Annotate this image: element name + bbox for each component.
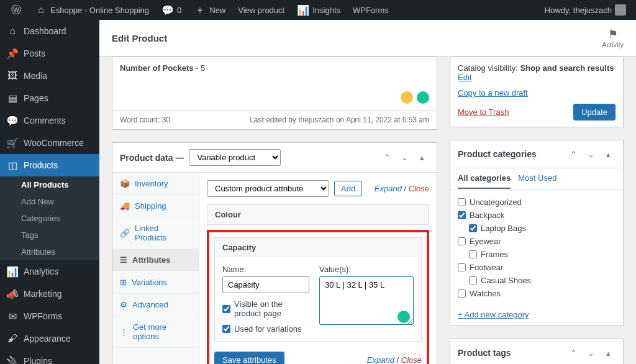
used-variations-label: Used for variations [234,324,301,334]
cat-watches-checkbox[interactable] [458,289,466,298]
cat-backpack-checkbox[interactable] [458,211,466,219]
analytics-icon: 📊 [6,265,19,278]
all-categories-tab[interactable]: All categories [458,168,511,189]
close-link-2[interactable]: Close [401,355,422,364]
shipping-icon: 🚚 [120,201,130,211]
sidebar-item-woocommerce[interactable]: 🛒WooCommerce [0,132,99,154]
visible-label: Visible on the product page [234,299,309,318]
edit-visibility-link[interactable]: Edit [458,73,471,82]
wp-logo[interactable]: ⓦ [5,0,27,20]
sidebar-item-comments[interactable]: 💬Comments [0,109,99,132]
product-categories-box: Product categories ⌃ ⌄ ▴ All categories … [450,140,624,326]
comments-link[interactable]: 💬0 [157,0,186,20]
product-type-select[interactable]: Variable product [189,149,281,166]
premium-icon[interactable] [401,91,413,104]
view-product-link[interactable]: View product [233,0,289,20]
move-up-button[interactable]: ⌃ [379,150,394,165]
tab-advanced[interactable]: ⚙Advanced [112,294,199,316]
site-name-link[interactable]: ⌂Eshoppe - Online Shopping [30,0,154,20]
sidebar-item-products[interactable]: ◫Products [0,154,99,176]
sidebar-item-pages[interactable]: ▤Pages [0,87,99,109]
used-variations-checkbox[interactable] [222,325,230,333]
tab-attributes[interactable]: ☰Attributes [112,249,199,271]
category-list: Uncategorized Backpack Laptop Bags Eyewe… [450,189,623,306]
chart-icon: 📊 [297,4,309,16]
expand-close-top: Expand / Close [375,184,429,193]
tab-inventory[interactable]: 📦Inventory [112,173,199,195]
save-attributes-button[interactable]: Save attributes [214,352,284,364]
home-icon: ⌂ [35,4,47,16]
submenu-add-new[interactable]: Add New [0,193,99,210]
number-pockets-value: - 5 [196,63,205,73]
move-up-button-4[interactable]: ⌃ [566,345,581,360]
sidebar-item-analytics[interactable]: 📊Analytics [0,260,99,283]
tab-linked-products[interactable]: 🔗Linked Products [112,217,199,249]
expand-link[interactable]: Expand [375,184,402,193]
cat-uncategorized-checkbox[interactable] [458,198,466,206]
tab-variations[interactable]: ⊞Variations [112,271,199,294]
cat-footwear-checkbox[interactable] [458,263,466,271]
submenu-categories[interactable]: Categories [0,210,99,227]
activity-button[interactable]: ⚑ Activity [602,27,624,48]
catalog-vis-value: Shop and search results [520,63,614,73]
cat-frames-checkbox[interactable] [469,250,477,258]
move-up-button-3[interactable]: ⌃ [566,147,581,162]
comments-icon: 💬 [6,114,19,127]
sidebar-item-dashboard[interactable]: ⌂Dashboard [0,20,99,42]
admin-sidebar: ⌂Dashboard 📌Posts 🖼Media ▤Pages 💬Comment… [0,20,99,364]
move-to-trash-link[interactable]: Move to Trash [458,107,509,117]
cat-casual-shoes-checkbox[interactable] [469,276,477,284]
add-attribute-button[interactable]: Add [334,181,362,196]
values-label: Value(s): [319,265,414,274]
product-data-label: Product data — [120,153,184,163]
grid-icon: ⊞ [120,278,127,287]
last-edited: Last edited by thejuszach on April 11, 2… [250,116,429,124]
submenu-attributes[interactable]: Attributes [0,243,99,260]
sidebar-item-posts[interactable]: 📌Posts [0,42,99,65]
sidebar-item-plugins[interactable]: 🔌Plugins [0,350,99,364]
pin-icon: 📌 [6,47,19,60]
tags-header: Product tags [458,348,511,358]
toggle-panel-button-3[interactable]: ▴ [601,147,616,162]
content-area: Edit Product ⚑ Activity Number of Pocket… [99,20,636,364]
move-down-button-4[interactable]: ⌄ [583,345,598,360]
tab-more-options[interactable]: ⋮Get more options [112,316,199,348]
submenu-all-products[interactable]: All Products [0,176,99,193]
copy-draft-link[interactable]: Copy to a new draft [458,88,528,98]
new-link[interactable]: ＋New [189,0,230,20]
cat-eyewear-checkbox[interactable] [458,237,466,245]
toggle-panel-button[interactable]: ▴ [414,150,429,165]
attribute-colour-header[interactable]: Colour [207,205,429,224]
custom-attribute-select[interactable]: Custom product attribute [207,180,329,197]
close-link[interactable]: Close [409,184,429,193]
admin-topbar: ⓦ ⌂Eshoppe - Online Shopping 💬0 ＋New Vie… [0,0,636,20]
name-label: Name: [222,265,309,274]
appearance-icon: 🖌 [6,332,19,345]
submenu-tags[interactable]: Tags [0,227,99,243]
sidebar-item-wpforms[interactable]: ✉WPForms [0,305,99,327]
move-down-button-3[interactable]: ⌄ [583,147,598,162]
product-data-tabs: 📦Inventory 🚚Shipping 🔗Linked Products ☰A… [112,173,199,364]
attribute-capacity-header[interactable]: Capacity [215,238,421,257]
most-used-tab[interactable]: Most Used [518,168,556,189]
grammarly-bubble-icon[interactable] [398,311,410,323]
expand-link-2[interactable]: Expand [367,355,394,364]
sidebar-item-marketing[interactable]: 📣Marketing [0,283,99,305]
howdy-link[interactable]: Howdy, thejuszach [540,0,631,20]
attribute-name-input[interactable] [222,276,309,293]
update-button[interactable]: Update [573,104,616,121]
insights-link[interactable]: 📊Insights [292,0,345,20]
sidebar-item-media[interactable]: 🖼Media [0,65,99,87]
wpforms-link[interactable]: WPForms [348,0,394,20]
move-down-button[interactable]: ⌄ [397,150,412,165]
grammarly-icon[interactable] [417,91,429,104]
add-new-category-link[interactable]: + Add new category [450,306,623,325]
sidebar-item-appearance[interactable]: 🖌Appearance [0,327,99,350]
toggle-panel-button-4[interactable]: ▴ [601,345,616,360]
product-tags-box: Product tags ⌃ ⌄ ▴ Add Separate tags wit… [450,339,624,364]
attribute-capacity: Capacity Name: Visible on the product pa… [214,237,422,342]
products-submenu: All Products Add New Categories Tags Att… [0,176,99,260]
visible-checkbox[interactable] [222,305,230,313]
cat-laptop-bags-checkbox[interactable] [469,224,477,232]
tab-shipping[interactable]: 🚚Shipping [112,195,199,217]
